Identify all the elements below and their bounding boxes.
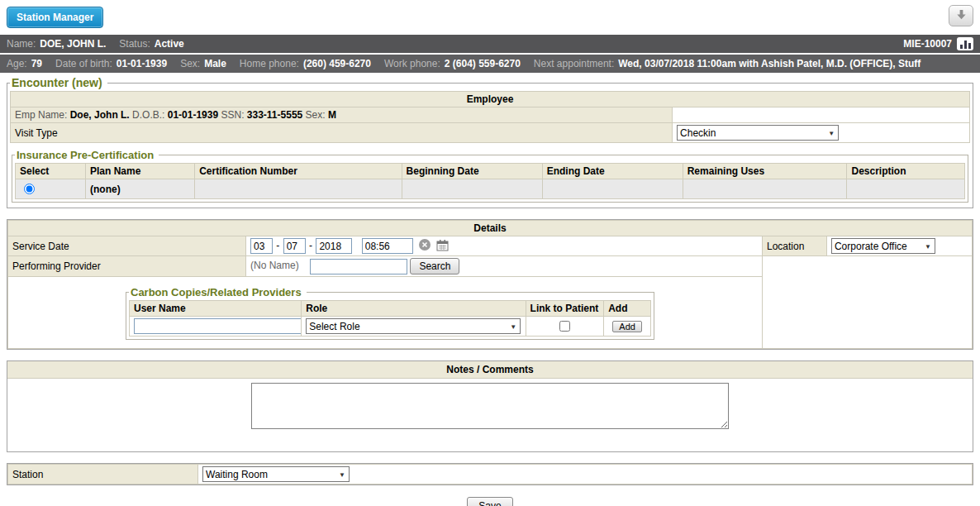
clear-date-button[interactable] [419,239,431,253]
service-date-cell: - - [246,236,763,256]
details-section: Details Service Date - - [7,219,973,350]
name-label: Name: [7,38,36,50]
precert-select-cell [16,179,86,199]
date-separator: - [309,240,312,251]
insurance-precert-table: Select Plan Name Certification Number Be… [15,163,965,199]
download-button[interactable] [949,5,973,26]
service-date-day-input[interactable] [283,238,306,254]
employee-header: Employee [11,92,970,107]
provider-search-input[interactable] [310,259,407,274]
emp-sex-value: M [328,109,336,121]
col-header-ending-date: Ending Date [542,164,683,179]
dob-label: Date of birth: [55,58,112,69]
col-header-remaining-uses: Remaining Uses [683,164,847,179]
patient-info-bar: Age: 79 Date of birth: 01-01-1939 Sex: M… [0,55,980,73]
location-select[interactable]: Corporate Office [831,238,935,254]
save-bar: Save [0,497,980,506]
home-phone-value: (260) 459-6270 [303,58,371,69]
date-separator: - [276,240,279,251]
cc-role-select[interactable]: Select Role [306,318,521,334]
patient-name-bar: Name: DOE, JOHN L. Status: Active MIE-10… [0,35,980,53]
patient-name-value: DOE, JOHN L. [40,38,106,50]
service-time-input[interactable] [362,238,413,254]
emp-ssn-value: 333-11-5555 [247,109,302,121]
employee-table: Employee Emp Name: Doe, John L. D.O.B.: … [10,91,970,143]
col-header-plan-name: Plan Name [86,164,195,179]
col-header-select: Select [16,164,86,179]
notes-body [7,379,973,451]
employee-info-spacer [673,107,970,123]
emp-name-value: Doe, John L. [70,109,130,121]
chart-stats-icon[interactable] [957,37,973,50]
details-header: Details [8,221,973,236]
calendar-icon [436,239,449,254]
cc-add-button[interactable]: Add [612,321,642,332]
status-value: Active [155,38,184,50]
provider-search-button[interactable]: Search [410,258,459,274]
precert-row: (none) [16,179,965,199]
emp-name-label: Emp Name: [15,109,67,121]
precert-none-radio[interactable] [24,184,35,194]
status-label: Status: [119,38,150,50]
emp-dob-value: 01-01-1939 [168,109,218,121]
notes-header: Notes / Comments [7,361,973,379]
carbon-copies-row: Select Role Add [130,317,651,337]
emp-sex-label: Sex: [306,109,326,121]
visit-type-select[interactable]: Checkin [677,125,839,141]
details-right-spacer [762,256,972,349]
service-date-month-input[interactable] [250,238,273,254]
next-appointment-label: Next appointment: [534,58,614,69]
col-header-role: Role [302,301,526,317]
location-cell: Corporate Office [826,236,972,256]
station-table: Station Waiting Room [7,464,973,485]
notes-textarea[interactable] [251,383,729,429]
insurance-precert-section: Insurance Pre-Certification Select Plan … [12,149,968,203]
work-phone-label: Work phone: [384,58,440,69]
encounter-legend: Encounter (new) [10,76,107,89]
carbon-copies-legend: Carbon Copies/Related Providers [129,286,307,298]
station-select[interactable]: Waiting Room [202,466,350,482]
emp-dob-label: D.O.B.: [132,109,164,121]
link-to-patient-checkbox[interactable] [559,321,570,332]
station-cell: Waiting Room [198,465,973,485]
col-header-add: Add [604,301,651,317]
col-header-description: Description [847,164,965,179]
download-icon [955,8,968,23]
home-phone-label: Home phone: [240,58,299,69]
precert-plan-name: (none) [86,179,195,199]
carbon-copies-cell: Carbon Copies/Related Providers User Nam… [8,277,763,349]
provider-no-name: (No Name) [250,260,299,271]
encounter-section: Encounter (new) Employee Emp Name: Doe, … [7,76,973,208]
visit-type-label: Visit Type [11,123,673,143]
col-header-certification-number: Certification Number [195,164,402,179]
calendar-button[interactable] [436,239,449,254]
dob-value: 01-01-1939 [117,58,167,69]
age-value: 79 [31,58,42,69]
service-date-year-input[interactable] [316,238,352,254]
cc-user-name-input[interactable] [134,318,302,334]
station-manager-button[interactable]: Station Manager [7,7,103,28]
service-date-label: Service Date [8,236,246,256]
work-phone-value: 2 (604) 559-6270 [445,58,521,69]
station-label: Station [8,465,198,485]
notes-section: Notes / Comments [7,360,973,452]
emp-ssn-label: SSN: [221,109,244,121]
location-label: Location [762,236,826,256]
sex-value: Male [204,58,226,69]
insurance-precert-legend: Insurance Pre-Certification [15,149,159,161]
save-button[interactable]: Save [467,497,512,506]
carbon-copies-table: User Name Role Link to Patient Add [129,300,651,337]
col-header-link-to-patient: Link to Patient [526,301,604,317]
station-section: Station Waiting Room [7,463,973,485]
age-label: Age: [7,58,27,69]
performing-provider-label: Performing Provider [8,256,246,277]
sex-label: Sex: [180,58,200,69]
employee-info: Emp Name: Doe, John L. D.O.B.: 01-01-193… [11,107,673,123]
performing-provider-cell: (No Name) Search [246,256,763,277]
col-header-user-name: User Name [130,301,302,317]
details-table: Details Service Date - - [7,220,973,349]
col-header-beginning-date: Beginning Date [402,164,542,179]
visit-type-cell: Checkin [673,123,970,143]
next-appointment-value: Wed, 03/07/2018 11:00am with Ashish Pate… [618,58,921,69]
chart-id-value: MIE-10007 [903,38,952,50]
